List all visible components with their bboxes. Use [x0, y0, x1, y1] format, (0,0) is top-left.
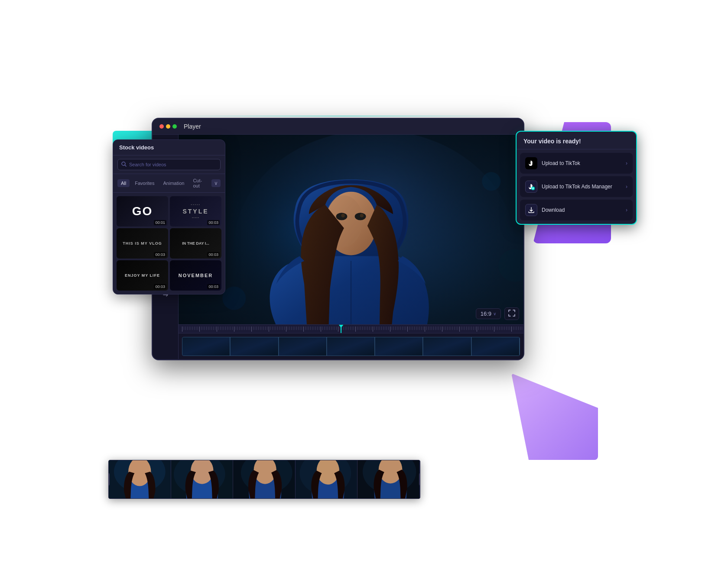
filter-animation[interactable]: Animation: [159, 179, 188, 187]
filter-more-button[interactable]: ∨: [211, 179, 221, 187]
video-preview: [179, 135, 523, 359]
download-option[interactable]: Download ›: [520, 200, 633, 220]
download-chevron-icon: ›: [626, 207, 627, 213]
thumb-text-6: NOVEMBER: [179, 273, 213, 278]
tiktok-label: Upload to TikTok: [542, 160, 580, 166]
filter-cutout[interactable]: Cut-out: [189, 177, 210, 190]
window-title: Player: [184, 123, 201, 130]
video-thumb-2[interactable]: ····· STYLE ····· 00:03: [170, 196, 221, 226]
track-frame-6: [423, 337, 471, 356]
track-frames: [182, 337, 520, 356]
filmstrip-handle-left[interactable]: [108, 473, 110, 486]
search-icon: [121, 162, 127, 168]
film-frame-3: [233, 460, 296, 498]
search-area: Search for videos: [113, 155, 225, 174]
thumb-duration-6: 00:03: [207, 284, 220, 289]
window-controls: [159, 124, 177, 129]
stock-videos-panel: Stock videos Search for videos All Favor…: [113, 139, 225, 294]
video-thumb-3[interactable]: THIS IS MY VLOG 00:03: [117, 228, 168, 259]
track-frame-5: [375, 337, 423, 356]
timeline-playhead[interactable]: [341, 325, 341, 333]
svg-point-20: [360, 213, 364, 217]
ratio-chevron-icon: ∨: [493, 311, 496, 316]
option-left-tiktok: Upload to TikTok: [525, 157, 580, 169]
option-left-download: Download: [525, 204, 565, 216]
timeline-ruler: [179, 325, 523, 333]
tiktok-ads-icon: [525, 181, 537, 193]
thumb-text-2a: ·····: [191, 203, 201, 207]
film-frame-5: [358, 460, 420, 498]
tiktok-icon: [525, 157, 537, 169]
maximize-button[interactable]: [172, 124, 177, 129]
teal-border-top: [169, 116, 516, 116]
thumb-text-5: ENJOY MY LIFE: [125, 273, 160, 278]
ratio-selector[interactable]: 16:9 ∨: [476, 308, 501, 319]
timeline-area: [179, 324, 523, 359]
thumb-text-4: IN THE DAY I...: [182, 241, 209, 246]
titlebar: Player: [153, 119, 523, 135]
upload-tiktok-ads-option[interactable]: Upload to TikTok Ads Manager ›: [520, 176, 633, 197]
track-frame-2: [231, 337, 278, 356]
timeline-ticks: [182, 327, 523, 332]
svg-point-11: [222, 287, 246, 310]
ratio-value: 16:9: [481, 310, 491, 317]
thumb-duration-4: 00:03: [207, 252, 220, 257]
video-thumb-6[interactable]: NOVEMBER 00:03: [170, 260, 221, 291]
thumb-text-2b: ·····: [192, 216, 200, 220]
video-grid: GO 00:01 ····· STYLE ····· 00:03 THIS: [113, 193, 225, 294]
tiktok-chevron-icon: ›: [626, 160, 627, 166]
download-label: Download: [542, 207, 565, 213]
svg-point-19: [341, 213, 345, 217]
fullscreen-button[interactable]: [504, 307, 519, 320]
ratio-controls: 16:9 ∨: [476, 307, 519, 320]
search-placeholder: Search for videos: [129, 162, 166, 167]
bg-decoration-purple-bottom: [511, 373, 598, 460]
close-button[interactable]: [159, 124, 164, 129]
track-frame-3: [279, 337, 327, 356]
search-box[interactable]: Search for videos: [117, 159, 221, 170]
film-frame-4: [296, 460, 358, 498]
ads-chevron-icon: ›: [626, 184, 627, 190]
thumb-text-3: THIS IS MY VLOG: [123, 241, 162, 246]
video-thumb-5[interactable]: ENJOY MY LIFE 00:03: [117, 260, 168, 291]
upload-tiktok-option[interactable]: Upload to TikTok ›: [520, 153, 633, 174]
film-frame-1: [109, 460, 171, 498]
filter-tabs: All Favorites Animation Cut-out ∨: [113, 174, 225, 193]
video-content-area: 16:9 ∨: [179, 135, 523, 359]
option-left-ads: Upload to TikTok Ads Manager: [525, 181, 612, 193]
video-thumb-1[interactable]: GO 00:01: [117, 196, 168, 226]
minimize-button[interactable]: [166, 124, 170, 129]
thumb-duration-5: 00:03: [154, 284, 166, 289]
track-frame-7: [472, 337, 520, 356]
timeline-tracks: [179, 333, 523, 359]
download-icon: [525, 204, 537, 216]
video-ready-popup: Your video is ready! Upload to TikTok ›: [516, 131, 637, 225]
track-frame-1: [182, 337, 230, 356]
filter-favorites[interactable]: Favorites: [131, 179, 158, 187]
thumb-duration-3: 00:03: [154, 252, 166, 257]
track-frame-4: [327, 337, 375, 356]
panel-title: Stock videos: [113, 140, 225, 155]
thumb-text-2: STYLE: [182, 208, 208, 215]
film-frame-2: [171, 460, 234, 498]
filmstrip: [108, 460, 420, 499]
filmstrip-handle-right[interactable]: [419, 473, 420, 486]
video-track: [182, 337, 520, 356]
thumb-text-1: GO: [132, 204, 153, 218]
svg-point-13: [482, 172, 500, 191]
ready-title: Your video is ready!: [517, 132, 636, 149]
ready-options: Upload to TikTok › Upload to TikTok Ads …: [517, 149, 636, 224]
filter-all[interactable]: All: [117, 179, 130, 187]
thumb-duration-1: 00:01: [154, 220, 166, 225]
thumb-duration-2: 00:03: [207, 220, 220, 225]
tiktok-ads-label: Upload to TikTok Ads Manager: [542, 184, 612, 190]
video-thumb-4[interactable]: IN THE DAY I... 00:03: [170, 228, 221, 259]
